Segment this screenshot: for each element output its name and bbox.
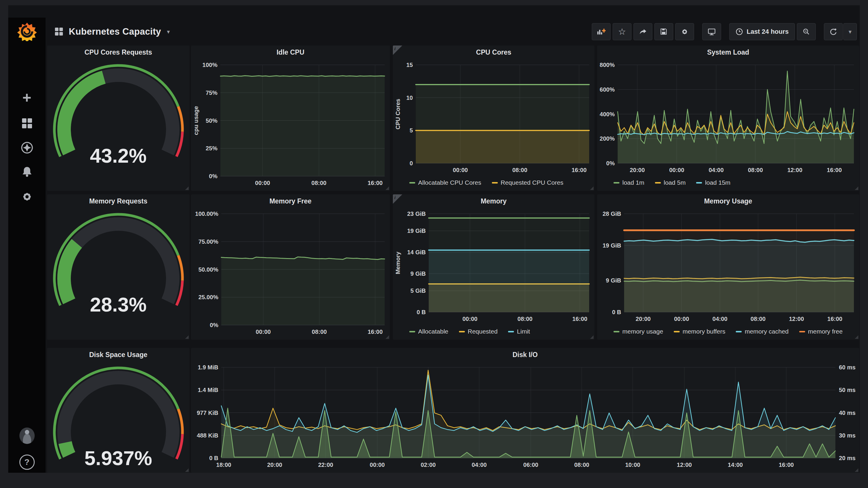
legend-item[interactable]: memory buffers bbox=[674, 328, 725, 335]
panel-idle-cpu: Idle CPU 0%25%50%75%100%00:0008:0016:00c… bbox=[191, 45, 390, 191]
x-tick-label: 20:00 bbox=[630, 167, 645, 173]
x-tick-label: 00:00 bbox=[255, 180, 270, 186]
panel-resize-handle[interactable] bbox=[185, 187, 189, 190]
legend-item[interactable]: memory usage bbox=[614, 328, 663, 335]
y-tick-label: 0% bbox=[210, 322, 218, 328]
disk-io-canvas: 0 B488 KiB977 KiB1.4 MiB1.9 MiB20 ms30 m… bbox=[193, 363, 858, 470]
legend-item[interactable]: Limit bbox=[508, 328, 530, 335]
legend-item[interactable]: Requested CPU Cores bbox=[492, 179, 564, 186]
legend-item[interactable]: load 1m bbox=[614, 179, 644, 186]
y-tick-label: 100.00% bbox=[195, 210, 218, 217]
x-tick-label: 00:00 bbox=[256, 329, 271, 335]
user-avatar[interactable] bbox=[20, 428, 35, 443]
x-tick-label: 08:00 bbox=[311, 180, 327, 186]
refresh-button[interactable] bbox=[824, 23, 843, 40]
panel-title[interactable]: Memory Usage bbox=[597, 197, 859, 205]
disk-io-chart[interactable]: 0 B488 KiB977 KiB1.4 MiB1.9 MiB20 ms30 m… bbox=[193, 363, 858, 470]
y-tick-label: 28 GiB bbox=[603, 210, 621, 217]
y-tick-label: 5 GiB bbox=[410, 288, 426, 294]
alerting-bell-icon[interactable] bbox=[20, 164, 35, 180]
save-button[interactable] bbox=[654, 23, 673, 40]
help-icon[interactable]: ? bbox=[20, 455, 35, 470]
refresh-interval-dropdown[interactable]: ▾ bbox=[843, 23, 857, 40]
panel-resize-handle[interactable] bbox=[185, 335, 189, 339]
gauge-value: 28.3% bbox=[47, 293, 189, 316]
add-panel-button[interactable] bbox=[592, 23, 611, 40]
y-tick-label: 0 bbox=[410, 160, 413, 166]
panel-resize-handle[interactable] bbox=[385, 187, 389, 190]
tv-mode-button[interactable] bbox=[702, 23, 721, 40]
legend-item[interactable]: memory cached bbox=[736, 328, 788, 335]
panel-resize-handle[interactable] bbox=[590, 187, 594, 190]
system-load-canvas: 0%200%400%600%800%20:0000:0004:0008:0012… bbox=[599, 60, 858, 175]
y-tick-label-right: 30 ms bbox=[839, 432, 856, 439]
panel-disk-space-usage: Disk Space Usage 5.937% bbox=[47, 348, 189, 473]
panel-resize-handle[interactable] bbox=[185, 468, 189, 472]
dashboards-grid-icon[interactable] bbox=[20, 116, 35, 131]
x-tick-label: 02:00 bbox=[421, 462, 436, 468]
panel-cpu-cores: i CPU Cores 05101500:0008:0016:00CPU Cor… bbox=[393, 45, 594, 191]
legend-item[interactable]: load 5m bbox=[655, 179, 686, 186]
panel-title[interactable]: Idle CPU bbox=[191, 48, 390, 56]
create-plus-icon[interactable]: + bbox=[20, 90, 35, 105]
memory-usage-chart[interactable]: 0 B9 GiB19 GiB28 GiB20:0000:0004:0008:00… bbox=[599, 209, 858, 324]
star-button[interactable]: ☆ bbox=[613, 23, 631, 40]
panel-title[interactable]: Disk I/O bbox=[191, 351, 859, 359]
clock-icon bbox=[736, 28, 743, 35]
explore-compass-icon[interactable] bbox=[20, 140, 35, 155]
panel-memory-usage: Memory Usage 0 B9 GiB19 GiB28 GiB20:0000… bbox=[597, 194, 859, 340]
panel-title[interactable]: Memory Free bbox=[191, 197, 390, 205]
memory-chart[interactable]: 0 B5 GiB9 GiB14 GiB19 GiB23 GiB00:0008:0… bbox=[395, 209, 593, 324]
panel-resize-handle[interactable] bbox=[855, 468, 858, 472]
memory-free-chart[interactable]: 0%25.00%50.00%75.00%100.00%00:0008:0016:… bbox=[193, 209, 388, 337]
configuration-gear-icon[interactable] bbox=[20, 189, 35, 204]
y-tick-label: 9 GiB bbox=[606, 277, 621, 284]
idle-cpu-chart[interactable]: 0%25%50%75%100%00:0008:0016:00cpu usage bbox=[193, 60, 388, 188]
legend-item[interactable]: load 15m bbox=[696, 179, 730, 186]
panel-resize-handle[interactable] bbox=[855, 335, 858, 339]
legend-label: Requested bbox=[468, 328, 498, 335]
share-button[interactable] bbox=[633, 23, 652, 40]
cpu-cores-canvas: 05101500:0008:0016:00CPU Cores bbox=[395, 60, 593, 175]
panel-resize-handle[interactable] bbox=[385, 335, 389, 339]
panel-title[interactable]: Memory Requests bbox=[47, 197, 189, 205]
panel-title[interactable]: Disk Space Usage bbox=[47, 351, 189, 359]
x-tick-label: 16:00 bbox=[779, 462, 794, 468]
tv-mode-icon bbox=[707, 27, 716, 36]
dashboard-title-group[interactable]: Kubernetes Capacity ▾ bbox=[55, 26, 170, 37]
dashboard-settings-button[interactable] bbox=[675, 23, 694, 40]
refresh-icon bbox=[829, 28, 837, 36]
dashboard-header: Kubernetes Capacity ▾ ☆ Last 24 hours bbox=[45, 18, 860, 45]
legend-swatch bbox=[409, 331, 415, 332]
y-tick-label: 19 GiB bbox=[407, 228, 426, 234]
panel-resize-handle[interactable] bbox=[855, 187, 858, 190]
time-range-picker[interactable]: Last 24 hours bbox=[729, 23, 795, 40]
zoom-out-button[interactable] bbox=[797, 23, 816, 40]
panel-memory-requests: Memory Requests 28.3% bbox=[47, 194, 189, 340]
panel-title[interactable]: Memory bbox=[393, 197, 594, 205]
system-load-chart[interactable]: 0%200%400%600%800%20:0000:0004:0008:0012… bbox=[599, 60, 858, 175]
x-tick-label: 00:00 bbox=[453, 167, 468, 173]
cpu-cores-chart[interactable]: 05101500:0008:0016:00CPU Cores bbox=[395, 60, 593, 175]
y-tick-label: 1.4 MiB bbox=[198, 387, 218, 393]
x-tick-label: 00:00 bbox=[370, 462, 384, 468]
x-tick-label: 22:00 bbox=[318, 462, 333, 468]
dashboards-grid-glyph bbox=[22, 118, 32, 128]
legend-swatch bbox=[508, 331, 514, 332]
y-tick-label: 50.00% bbox=[198, 266, 218, 273]
panel-resize-handle[interactable] bbox=[590, 335, 594, 339]
grafana-logo[interactable] bbox=[17, 22, 37, 41]
x-tick-label: 08:00 bbox=[574, 462, 589, 468]
chart-legend: Allocatable CPU CoresRequested CPU Cores bbox=[409, 177, 591, 189]
legend-item[interactable]: Allocatable CPU Cores bbox=[409, 179, 481, 186]
legend-item[interactable]: Requested bbox=[459, 328, 498, 335]
legend-item[interactable]: Allocatable bbox=[409, 328, 448, 335]
save-icon bbox=[660, 28, 668, 35]
x-tick-label: 04:00 bbox=[713, 316, 727, 322]
legend-item[interactable]: memory free bbox=[799, 328, 843, 335]
panel-title[interactable]: CPU Cores bbox=[393, 48, 594, 56]
y-tick-label: 9 GiB bbox=[410, 270, 426, 277]
panel-title[interactable]: System Load bbox=[597, 48, 859, 56]
y-tick-label: 10 bbox=[406, 95, 413, 101]
panel-title[interactable]: CPU Cores Requests bbox=[47, 48, 189, 56]
